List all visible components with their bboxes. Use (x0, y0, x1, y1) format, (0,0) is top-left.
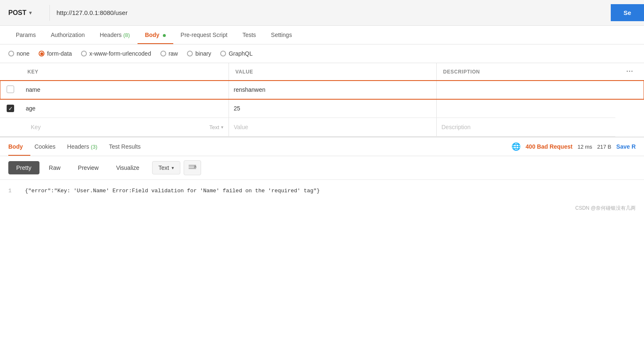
col-header-key: KEY (21, 63, 229, 81)
radio-graphql-circle (220, 51, 226, 56)
method-select[interactable]: POST ▾ (0, 5, 50, 21)
row-name-key-input[interactable] (21, 81, 229, 99)
radio-urlencoded[interactable]: x-www-form-urlencoded (81, 50, 151, 57)
format-raw-button[interactable]: Raw (41, 161, 69, 174)
table-row (0, 81, 644, 99)
row-age-value-cell (229, 99, 436, 118)
text-type-label: Text (209, 124, 219, 130)
row-name-key-cell (21, 81, 229, 99)
row-name-desc-input[interactable] (437, 81, 616, 99)
row-new-key-input[interactable] (26, 118, 209, 136)
row-age-key-cell (21, 99, 229, 118)
footer-watermark: CSDN @奈何碰银没有几两 (0, 202, 644, 214)
response-tab-headers[interactable]: Headers (3) (67, 137, 105, 156)
row-age-value-input[interactable] (229, 99, 436, 118)
tab-body[interactable]: Body (138, 26, 173, 44)
col-header-check (0, 63, 21, 81)
format-preview-button[interactable]: Preview (70, 161, 107, 174)
radio-none-circle (8, 51, 14, 56)
request-tabs: Params Authorization Headers (8) Body Pr… (0, 26, 644, 44)
row-age-desc-input[interactable] (437, 99, 616, 118)
radio-urlencoded-circle (81, 51, 87, 56)
response-size: 217 B (597, 144, 611, 150)
response-tab-cookies[interactable]: Cookies (34, 137, 63, 156)
response-body-content: {"error":"Key: 'User.Name' Error:Field v… (25, 188, 320, 194)
tab-authorization[interactable]: Authorization (43, 26, 92, 44)
url-input[interactable] (50, 5, 611, 20)
text-type-badge[interactable]: Text ▾ (209, 124, 224, 130)
radio-raw[interactable]: raw (160, 50, 178, 57)
radio-form-data[interactable]: form-data (39, 50, 72, 57)
key-text-row: Text ▾ (21, 118, 229, 136)
text-type-select[interactable]: Text ▾ (152, 161, 180, 174)
response-time: 12 ms (578, 144, 592, 150)
tab-params[interactable]: Params (8, 26, 43, 44)
form-data-table: KEY VALUE DESCRIPTION ··· (0, 63, 644, 137)
row-new-desc-cell (436, 118, 615, 137)
row-name-value-cell (229, 81, 436, 99)
row-new-key-cell: Text ▾ (21, 118, 229, 137)
row-name-check-cell (0, 81, 21, 99)
tab-pre-request[interactable]: Pre-request Script (173, 26, 235, 44)
response-tab-body[interactable]: Body (8, 137, 30, 156)
row-age-key-input[interactable] (21, 99, 229, 118)
table-row: ✓ (0, 99, 644, 118)
method-chevron-icon: ▾ (29, 10, 32, 16)
row-age-check-cell: ✓ (0, 99, 21, 118)
globe-icon: 🌐 (511, 142, 521, 151)
form-data-table-container: KEY VALUE DESCRIPTION ··· (0, 63, 644, 137)
save-response-button[interactable]: Save R (616, 143, 636, 150)
table-header-row: KEY VALUE DESCRIPTION ··· (0, 63, 644, 81)
more-options-icon[interactable]: ··· (622, 67, 637, 76)
method-label: POST (8, 9, 27, 17)
row-name-checkbox[interactable] (7, 86, 14, 93)
col-header-desc: DESCRIPTION (436, 63, 615, 81)
tab-settings[interactable]: Settings (263, 26, 300, 44)
body-active-dot (163, 34, 166, 37)
row-new-desc-input[interactable] (437, 118, 616, 136)
row-new-checkbox (7, 123, 14, 130)
row-new-value-input[interactable] (229, 118, 436, 136)
wrap-button[interactable] (184, 160, 201, 175)
text-type-select-label: Text (158, 164, 169, 171)
row-new-value-cell (229, 118, 436, 137)
line-number: 1 (8, 186, 12, 196)
response-status-area: 🌐 400 Bad Request 12 ms 217 B Save R (511, 142, 636, 151)
tab-headers[interactable]: Headers (8) (92, 26, 138, 44)
response-headers-badge: (3) (91, 144, 97, 150)
app-container: POST ▾ Se Params Authorization Headers (… (0, 0, 644, 343)
radio-binary-circle (187, 51, 193, 56)
status-badge: 400 Bad Request (526, 143, 573, 150)
radio-graphql[interactable]: GraphQL (220, 50, 253, 57)
radio-none[interactable]: none (8, 50, 29, 57)
text-type-chevron-icon: ▾ (221, 125, 224, 130)
response-tab-test-results[interactable]: Test Results (109, 137, 148, 156)
headers-badge: (8) (123, 32, 130, 38)
response-tabs-row: Body Cookies Headers (3) Test Results 🌐 … (0, 137, 644, 156)
tab-tests[interactable]: Tests (235, 26, 263, 44)
col-header-value: VALUE (229, 63, 436, 81)
send-button[interactable]: Se (611, 4, 644, 21)
format-row: Pretty Raw Preview Visualize Text ▾ (0, 156, 644, 180)
radio-binary[interactable]: binary (187, 50, 211, 57)
text-type-select-chevron-icon: ▾ (172, 165, 174, 171)
row-age-checkbox[interactable]: ✓ (7, 105, 14, 112)
radio-raw-circle (160, 51, 166, 56)
table-row: Text ▾ (0, 118, 644, 137)
url-bar: POST ▾ Se (0, 0, 644, 26)
row-name-value-input[interactable] (229, 81, 436, 99)
radio-form-data-circle (39, 51, 44, 56)
row-new-check-cell (0, 118, 21, 137)
row-age-desc-cell (436, 99, 615, 118)
response-body: 1 {"error":"Key: 'User.Name' Error:Field… (0, 180, 644, 202)
format-pretty-button[interactable]: Pretty (8, 161, 39, 174)
row-name-desc-cell (436, 81, 615, 99)
response-section: Body Cookies Headers (3) Test Results 🌐 … (0, 137, 644, 214)
format-visualize-button[interactable]: Visualize (108, 161, 147, 174)
body-type-row: none form-data x-www-form-urlencoded raw… (0, 44, 644, 63)
